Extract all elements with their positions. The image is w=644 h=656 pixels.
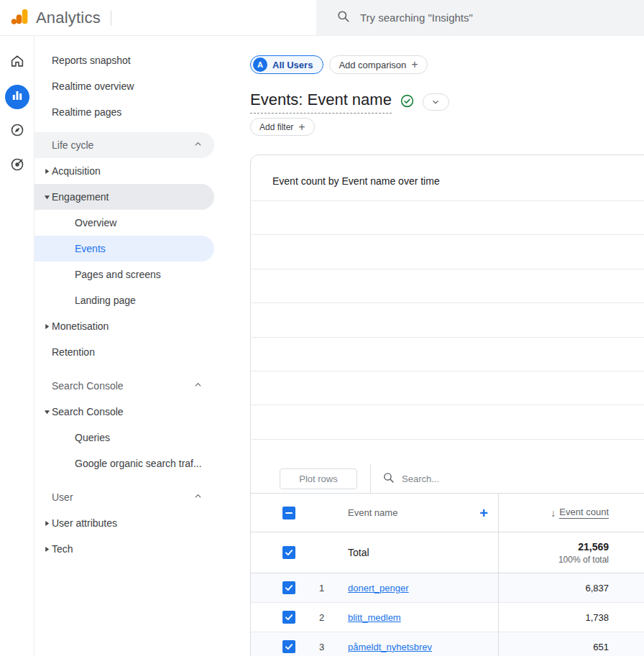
search-icon xyxy=(382,471,395,486)
event-count-chart: Event count by Event name over time xyxy=(251,155,644,464)
row-checkbox[interactable] xyxy=(282,640,295,653)
plot-rows-button[interactable]: Plot rows xyxy=(280,468,357,489)
chevron-up-icon[interactable] xyxy=(193,380,203,392)
report-title-row: Events: Event name xyxy=(250,91,449,114)
column-header-event-count[interactable]: ↓ Event count xyxy=(551,507,609,519)
row-checkbox[interactable] xyxy=(282,581,295,594)
select-all-checkbox[interactable] xyxy=(282,507,295,519)
expand-right-icon[interactable] xyxy=(44,158,50,184)
sidebar-item-label: Monetisation xyxy=(52,320,109,332)
sidebar-item-queries[interactable]: Queries xyxy=(34,425,214,451)
sidebar-item-label: Retention xyxy=(52,346,95,358)
add-comparison-chip[interactable]: Add comparison + xyxy=(329,55,427,74)
report-main-area: A All Users Add comparison + Events: Eve… xyxy=(214,36,644,656)
sidebar-item-label: Pages and screens xyxy=(75,269,161,280)
event-name-link[interactable]: påmeldt_nyhetsbrev xyxy=(348,642,432,652)
sidebar-item-label: Search Console xyxy=(52,406,124,417)
expand-right-icon[interactable] xyxy=(44,313,50,339)
rail-item-reports[interactable] xyxy=(5,85,29,109)
all-users-chip[interactable]: A All Users xyxy=(250,55,323,74)
app-title: Analytics xyxy=(36,9,101,27)
collapse-down-icon[interactable] xyxy=(44,399,50,425)
row-checkbox[interactable] xyxy=(282,546,295,559)
search-icon xyxy=(336,9,350,26)
analytics-logo[interactable]: Analytics xyxy=(0,7,101,29)
table-total-row: Total 21,569 100% of total xyxy=(251,532,644,573)
sidebar-item-label: Realtime pages xyxy=(52,106,121,118)
chevron-up-icon[interactable] xyxy=(193,139,203,151)
table-search-input[interactable] xyxy=(402,473,510,484)
rail-item-advertising[interactable] xyxy=(5,154,29,178)
column-header-event-name[interactable]: Event name xyxy=(348,507,397,518)
sidebar-item-user-attributes[interactable]: User attributes xyxy=(34,510,214,536)
event-count-value: 6,837 xyxy=(585,583,609,593)
global-search[interactable] xyxy=(316,0,644,35)
topbar-divider xyxy=(111,10,111,26)
sidebar-item-engagement[interactable]: Engagement xyxy=(34,184,214,210)
sidebar-item-label: Acquisition xyxy=(52,165,101,177)
section-label: Search Console xyxy=(52,380,124,392)
table-search[interactable] xyxy=(382,471,510,486)
row-checkbox[interactable] xyxy=(282,611,295,624)
sidebar-section-search-console[interactable]: Search Console xyxy=(34,373,214,399)
data-quality-check-icon[interactable] xyxy=(400,93,415,111)
sidebar-item-label: Queries xyxy=(75,432,110,443)
event-count-value: 1,738 xyxy=(585,612,609,623)
sidebar-item-google-organic-search-traffic[interactable]: Google organic search traf... xyxy=(34,451,214,476)
row-index: 1 xyxy=(295,583,348,593)
sidebar-item-overview[interactable]: Overview xyxy=(34,210,214,236)
add-column-icon[interactable]: + xyxy=(479,506,488,520)
table-row[interactable]: 2 blitt_medlem 1,738 xyxy=(251,603,644,632)
chart-title: Event count by Event name over time xyxy=(272,175,440,187)
report-options-dropdown[interactable] xyxy=(423,93,449,111)
global-search-input[interactable] xyxy=(360,11,597,24)
table-toolbar: Plot rows xyxy=(251,464,644,494)
sidebar-item-events[interactable]: Events xyxy=(34,236,214,262)
table-row[interactable]: 3 påmeldt_nyhetsbrev 651 xyxy=(251,632,644,656)
sidebar-item-monetisation[interactable]: Monetisation xyxy=(34,313,214,339)
sidebar-item-reports-snapshot[interactable]: Reports snapshot xyxy=(34,47,214,73)
sidebar-item-pages-and-screens[interactable]: Pages and screens xyxy=(34,262,214,287)
comparison-bar: A All Users Add comparison + xyxy=(250,55,428,74)
sidebar-item-label: Tech xyxy=(52,543,73,555)
sidebar-item-search-console[interactable]: Search Console xyxy=(34,399,214,425)
table-header-row: Event name + ↓ Event count xyxy=(251,494,644,532)
check-icon xyxy=(284,612,294,622)
sidebar-item-acquisition[interactable]: Acquisition xyxy=(34,158,214,184)
sidebar-item-landing-page[interactable]: Landing page xyxy=(34,287,214,313)
sidebar-item-tech[interactable]: Tech xyxy=(34,536,214,562)
sidebar-item-realtime-pages[interactable]: Realtime pages xyxy=(34,99,214,125)
sidebar-item-realtime-overview[interactable]: Realtime overview xyxy=(34,73,214,99)
expand-right-icon[interactable] xyxy=(44,510,50,536)
top-app-bar: Analytics xyxy=(0,0,644,36)
sidebar-item-label: Events xyxy=(75,243,106,254)
total-label: Total xyxy=(348,547,498,558)
row-index: 2 xyxy=(295,612,348,623)
sidebar-section-user[interactable]: User xyxy=(34,484,214,510)
comparison-a-badge: A xyxy=(253,57,267,72)
events-report-card: Event count by Event name over time Plot… xyxy=(250,154,644,656)
sidebar-item-label: Google organic search traf... xyxy=(75,458,202,469)
table-row[interactable]: 1 donert_penger 6,837 xyxy=(251,573,644,603)
reports-navigation: Reports snapshot Realtime overview Realt… xyxy=(34,36,214,656)
chevron-down-icon xyxy=(431,98,440,106)
google-analytics-logo-icon xyxy=(10,7,29,29)
collapse-down-icon[interactable] xyxy=(44,184,50,210)
expand-right-icon[interactable] xyxy=(44,536,50,562)
icon-rail xyxy=(0,36,34,656)
page-title[interactable]: Events: Event name xyxy=(250,91,392,114)
sort-descending-icon: ↓ xyxy=(551,507,556,519)
toolbar-divider xyxy=(370,464,371,494)
event-name-link[interactable]: donert_penger xyxy=(348,583,409,593)
chevron-up-icon[interactable] xyxy=(193,491,203,503)
event-count-value: 651 xyxy=(593,642,609,652)
event-name-link[interactable]: blitt_medlem xyxy=(348,612,401,623)
advertising-icon xyxy=(9,157,25,175)
sidebar-section-life-cycle[interactable]: Life cycle xyxy=(34,132,214,158)
plus-icon: + xyxy=(298,121,305,133)
sidebar-item-retention[interactable]: Retention xyxy=(34,339,214,365)
row-index: 3 xyxy=(295,642,348,652)
rail-item-explore[interactable] xyxy=(5,119,29,144)
add-filter-chip[interactable]: Add filter + xyxy=(250,118,315,136)
rail-item-home[interactable] xyxy=(5,50,29,75)
